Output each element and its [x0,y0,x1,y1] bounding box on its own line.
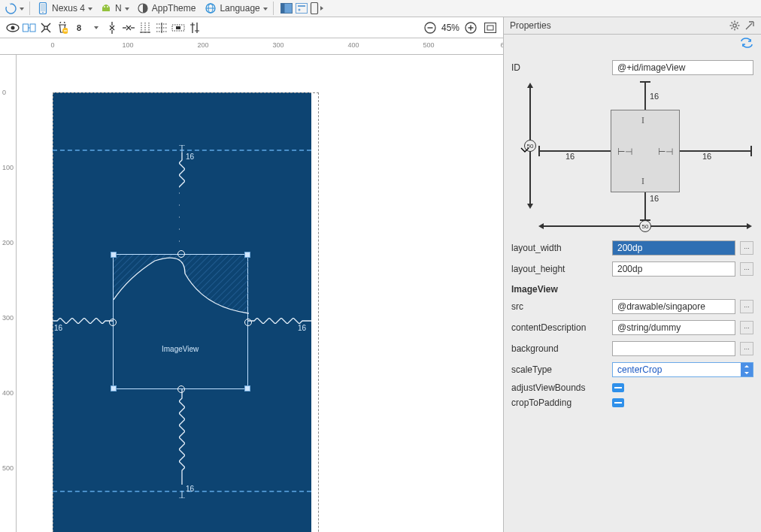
prop-width-input[interactable]: 200dp [612,240,735,255]
dropdown-arrow-icon [123,3,129,14]
constraint-widget[interactable]: 50 50 I I ⊢⊣ ⊢⊣ [511,78,753,236]
gear-icon[interactable] [729,20,740,31]
theme-icon [136,2,150,15]
constraint-margin-bottom: 16 [186,485,194,493]
locale-name: Language [220,3,259,14]
design-canvas-pane: 8 45% 0 100 200 300 400 [0,17,504,532]
phone-icon [36,2,50,15]
svg-point-4 [107,6,108,8]
cw-margin-top: 16 [650,92,659,101]
theme-picker[interactable]: AppTheme [132,0,201,17]
prop-ctp-label: cropToPadding [511,397,612,408]
svg-rect-18 [30,24,35,32]
svg-rect-14 [311,3,317,14]
more-button[interactable]: ··· [740,241,753,255]
bias-horizontal-knob[interactable]: 50 [639,220,651,232]
svg-rect-49 [485,23,496,32]
prop-cd-input[interactable] [612,320,735,335]
ruler-horizontal: 0 100 200 300 400 500 6 [0,38,503,55]
prop-avb-toggle[interactable] [612,383,624,392]
svg-point-13 [298,9,300,11]
config-toolbar: Nexus 4 N AppTheme Language [0,0,761,17]
constraint-margin-top: 16 [186,153,194,161]
svg-point-22 [44,26,47,29]
svg-rect-50 [487,26,493,30]
distribute-h-icon[interactable] [137,20,153,36]
zoom-percent: 45% [441,23,459,33]
svg-line-64 [732,28,733,29]
prop-height-input[interactable] [612,261,735,277]
prop-scaletype-label: scaleType [511,364,612,375]
svg-rect-39 [176,26,180,29]
ruler-vertical: 0 100 200 300 400 500 [0,55,17,532]
prop-ctp-toggle[interactable] [612,398,624,407]
more-button[interactable]: ··· [740,300,753,313]
api-level: N [115,3,122,14]
collapse-icon[interactable] [744,20,755,31]
design-surface-icon[interactable] [280,2,293,15]
distribute-v-icon[interactable] [153,20,170,36]
android-icon [99,2,113,15]
properties-title: Properties [510,20,551,31]
device-picker[interactable]: Nexus 4 [32,0,96,17]
view-label: ImageView [162,345,199,353]
variants-icon[interactable] [310,2,323,15]
svg-point-3 [104,6,105,8]
dropdown-arrow-icon [86,3,92,14]
zoom-fit-button[interactable] [482,20,499,36]
show-constraints-icon[interactable] [5,20,21,36]
zoom-out-button[interactable] [422,20,438,36]
prop-scaletype-select[interactable]: centerCrop [612,362,753,377]
constraint-margin-left: 16 [54,324,62,332]
properties-panel: Properties ID 50 [504,17,761,532]
autoconnect-icon[interactable] [38,20,54,36]
prop-id-input[interactable] [612,60,753,75]
svg-line-63 [737,23,738,24]
svg-line-61 [732,23,733,24]
clear-constraints-icon[interactable] [54,20,71,36]
center-icon[interactable] [170,20,186,36]
more-button[interactable]: ··· [740,262,753,276]
svg-rect-11 [296,4,307,14]
prop-id-label: ID [511,62,612,73]
prop-cd-label: contentDescription [511,322,612,333]
canvas-area[interactable]: 0 100 200 300 400 500 6 0 100 200 300 40… [0,38,503,532]
svg-point-2 [42,12,44,14]
device-frame: 16 ImageView [53,92,311,532]
cycle-icon[interactable] [740,38,753,48]
cw-margin-right: 16 [702,152,711,161]
prop-bg-label: background [511,343,612,354]
device-name: Nexus 4 [52,3,85,14]
selected-view[interactable]: ImageView [113,254,248,389]
layout-decorations-icon[interactable] [295,2,308,15]
svg-rect-10 [280,4,284,14]
prop-bg-input[interactable] [612,341,735,356]
more-button[interactable]: ··· [740,321,753,334]
dropdown-arrow-icon [18,3,24,14]
dropdown-arrow-icon [262,3,268,14]
design-toolbar: 8 45% [0,17,503,38]
prop-section-imageview: ImageView [511,284,753,295]
constraint-margin-right: 16 [298,324,306,332]
align-icon[interactable] [120,20,137,36]
svg-line-62 [737,28,738,29]
guidelines-icon[interactable] [186,20,203,36]
default-margin-button[interactable]: 8 [71,20,87,36]
globe-icon [204,2,217,15]
svg-rect-12 [298,5,305,7]
cw-margin-left: 16 [565,152,575,161]
svg-point-56 [733,24,736,27]
api-picker[interactable]: N [96,0,132,17]
pack-icon[interactable] [104,20,120,36]
default-margin-dropdown[interactable] [87,20,104,36]
orientation-menu[interactable] [0,0,27,17]
prop-src-label: src [511,301,612,312]
more-button[interactable]: ··· [740,342,753,355]
svg-rect-1 [41,4,45,11]
prop-avb-label: adjustViewBounds [511,382,612,393]
zoom-in-button[interactable] [462,20,479,36]
blueprint-mode-icon[interactable] [21,20,38,36]
prop-src-input[interactable] [612,299,735,314]
prop-height-label: layout_height [511,264,612,274]
locale-picker[interactable]: Language [200,0,270,17]
